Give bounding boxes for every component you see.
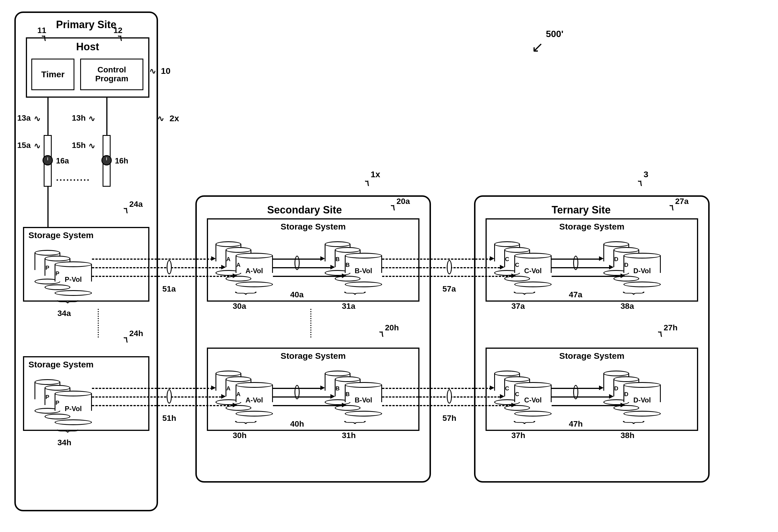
brace-38h: ⏟ <box>623 408 644 425</box>
ref-34a: 34a <box>58 309 71 318</box>
dash-pa-h1 <box>92 388 213 389</box>
ref-1x: 1x <box>371 169 380 179</box>
secondary-storage-a-title: Storage System <box>281 222 346 232</box>
ref-47a: 47a <box>569 290 582 299</box>
ah-pa-a3 <box>233 274 237 278</box>
conn-h-line1 <box>106 98 107 135</box>
host-box: Host Timer Control Program <box>26 37 149 98</box>
secondary-site-title: Secondary Site <box>267 204 342 216</box>
secondary-storage-h-title: Storage System <box>281 351 346 361</box>
dash-pa-h2 <box>92 396 221 397</box>
ah-ab-a2 <box>330 265 335 270</box>
brace-34a: ⏟ <box>57 287 78 304</box>
ah-bc-h2 <box>500 394 504 399</box>
ref-10: 10 <box>161 66 170 76</box>
clock-16h <box>101 155 112 165</box>
ah-cd-h3 <box>621 403 625 407</box>
dash-pa-h3 <box>92 405 233 406</box>
squiggle-13h: ∿ <box>88 116 95 121</box>
ref-40h: 40h <box>290 420 304 429</box>
squiggle-15a: ∿ <box>34 144 41 149</box>
ah-bc-a3 <box>512 274 516 278</box>
ah-cd-a2 <box>609 265 614 270</box>
squiggle-27a: ٦ <box>670 205 674 210</box>
squiggle-27h: ٦ <box>658 332 662 337</box>
ctrl-program-label: Control Program <box>95 66 128 83</box>
host-title: Host <box>76 41 99 53</box>
ternary-storage-a-title: Storage System <box>559 222 625 232</box>
brace-31a: ⏟ <box>344 279 366 295</box>
ternary-storage-h-title: Storage System <box>559 351 625 361</box>
ref-30h: 30h <box>233 431 246 440</box>
brace-38a: ⏟ <box>623 279 644 295</box>
primary-storage-a-title: Storage System <box>28 230 94 240</box>
ref-47h: 47h <box>569 420 582 429</box>
ctrl-program-box: Control Program <box>80 59 143 90</box>
ref-15h: 15h <box>72 141 86 150</box>
ref-2x: 2x <box>169 113 179 123</box>
ref-24h: 24h <box>129 329 143 338</box>
ah-pa-h2 <box>221 394 226 399</box>
ref-20h: 20h <box>385 323 399 332</box>
squiggle-1x: ٦ <box>365 181 369 186</box>
ah-cd-a1 <box>599 256 604 261</box>
ref-38h: 38h <box>621 431 634 440</box>
ah-ab-h3 <box>342 403 346 407</box>
ref-16a: 16a <box>56 157 69 165</box>
squiggle-3: ٦ <box>638 181 642 186</box>
dots-primary-storage <box>98 309 99 337</box>
ref-15a: 15a <box>17 141 31 150</box>
ref-37h: 37h <box>512 431 525 440</box>
ternary-site-title: Ternary Site <box>552 204 611 216</box>
ah-pa-a1 <box>211 256 216 261</box>
ah-cd-h1 <box>599 385 604 390</box>
squiggle-11: ٦ <box>42 36 46 41</box>
ref-31a: 31a <box>342 302 356 311</box>
ellipse-51a <box>167 260 172 274</box>
figure-ref-label: 500' <box>546 29 563 40</box>
squiggle-20a: ٦ <box>391 205 395 210</box>
squiggle-12: ٦ <box>118 36 122 41</box>
ref-16h: 16h <box>115 157 129 165</box>
ah-bc-a1 <box>490 256 494 261</box>
ref-31h: 31h <box>342 431 356 440</box>
squiggle-10: ∿ <box>149 69 156 74</box>
brace-37a: ⏟ <box>514 279 535 295</box>
brace-37h: ⏟ <box>514 408 535 425</box>
dots-secondary-storage <box>310 309 311 337</box>
ah-bc-h3 <box>512 403 516 407</box>
ah-cd-h2 <box>609 394 614 399</box>
dash-pa-a1 <box>92 258 213 260</box>
brace-31h: ⏟ <box>344 408 366 425</box>
ref-51h: 51h <box>162 414 176 423</box>
dash-bc-h2 <box>382 396 500 397</box>
dash-pa-a2 <box>92 267 221 268</box>
dash-bc-h3 <box>382 405 512 406</box>
ah-cd-a3 <box>621 274 625 278</box>
ref-38a: 38a <box>621 302 634 311</box>
squiggle-2x: ∿ <box>157 116 164 121</box>
brace-34h: ⏟ <box>57 416 78 433</box>
ah-ab-h2 <box>330 394 335 399</box>
squiggle-20h: ٦ <box>379 332 384 337</box>
brace-30h: ⏟ <box>235 408 256 425</box>
ref-13a: 13a <box>17 113 31 123</box>
dash-bc-a3 <box>382 276 512 277</box>
ah-ab-a3 <box>342 274 346 278</box>
ah-bc-a2 <box>500 265 504 270</box>
timer-box: Timer <box>31 59 74 90</box>
ah-ab-a1 <box>320 256 325 261</box>
ref-27a: 27a <box>675 197 689 206</box>
ref-30a: 30a <box>233 302 246 311</box>
dash-bc-a1 <box>382 258 491 260</box>
ref-3: 3 <box>643 169 648 179</box>
squiggle-24h: ٦ <box>124 337 128 343</box>
ref-57a: 57a <box>443 284 456 294</box>
squiggle-15h: ∿ <box>88 144 95 149</box>
ah-bc-h1 <box>490 385 494 390</box>
ah-pa-h1 <box>211 385 216 390</box>
dash-bc-a2 <box>382 267 500 268</box>
timer-label: Timer <box>41 70 64 79</box>
dots-clocks: .......... <box>56 172 90 183</box>
ah-pa-h3 <box>233 403 237 407</box>
